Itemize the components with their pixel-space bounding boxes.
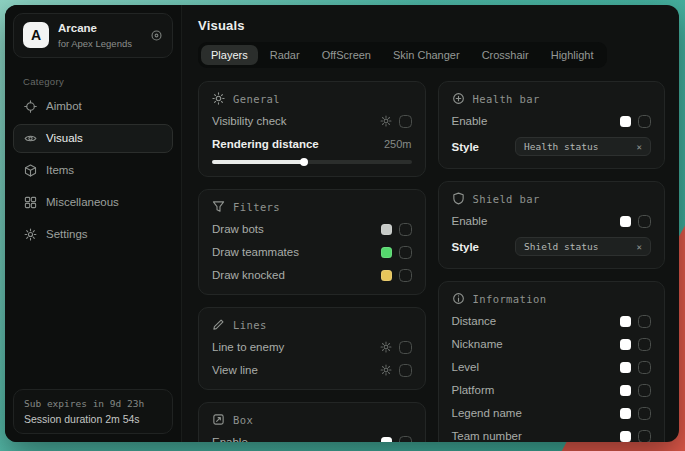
setting-controls	[620, 384, 651, 397]
sidebar-item-settings[interactable]: Settings	[13, 220, 173, 249]
checkbox[interactable]	[638, 407, 651, 420]
tab-skin-changer[interactable]: Skin Changer	[383, 45, 470, 65]
color-swatch[interactable]	[620, 362, 631, 373]
card-rows: Draw bots Draw teammates Draw knocked	[212, 222, 412, 282]
sidebar-item-icon	[24, 164, 37, 177]
color-swatch[interactable]	[381, 247, 392, 258]
setting-label: Visibility check	[212, 115, 287, 127]
setting-label: Draw knocked	[212, 269, 285, 281]
style-select-value: Shield status	[524, 241, 598, 252]
sidebar-item-visuals[interactable]: Visuals	[13, 124, 173, 153]
target-icon[interactable]	[150, 29, 163, 42]
card-header: Lines	[212, 318, 412, 331]
slider-track[interactable]	[212, 160, 412, 164]
setting-controls	[620, 407, 651, 420]
color-swatch[interactable]	[381, 270, 392, 281]
app-header-card: A Arcane for Apex Legends	[13, 13, 173, 58]
sidebar-item-icon	[24, 100, 37, 113]
close-icon[interactable]: ✕	[637, 242, 642, 252]
row-distance: Distance	[452, 314, 652, 328]
setting-label: Style	[452, 241, 480, 253]
checkbox[interactable]	[399, 115, 412, 128]
checkbox[interactable]	[638, 315, 651, 328]
setting-controls	[620, 338, 651, 351]
sidebar-item-miscellaneous[interactable]: Miscellaneous	[13, 188, 173, 217]
tab-offscreen[interactable]: OffScreen	[312, 45, 381, 65]
tab-radar[interactable]: Radar	[260, 45, 310, 65]
checkbox[interactable]	[638, 384, 651, 397]
sidebar-item-items[interactable]: Items	[13, 156, 173, 185]
checkbox[interactable]	[638, 215, 651, 228]
style-select[interactable]: Shield status ✕	[515, 237, 651, 256]
row-style: Style Health status ✕	[452, 137, 652, 156]
checkbox[interactable]	[399, 246, 412, 259]
settings-column-right: Health bar Enable Style Health status ✕ …	[438, 81, 666, 442]
close-icon[interactable]: ✕	[637, 142, 642, 152]
color-swatch[interactable]	[620, 339, 631, 350]
slider-fill	[212, 160, 304, 164]
page-title: Visuals	[198, 18, 665, 33]
card-filters: Filters Draw bots Draw teammates Draw kn…	[198, 189, 426, 295]
card-rows: Enable Style Health status ✕	[452, 114, 652, 156]
checkbox[interactable]	[638, 361, 651, 374]
style-select[interactable]: Health status ✕	[515, 137, 651, 156]
row-draw-teammates: Draw teammates	[212, 245, 412, 259]
card-header: Filters	[212, 200, 412, 213]
checkbox[interactable]	[638, 430, 651, 443]
color-swatch[interactable]	[620, 431, 631, 442]
color-swatch[interactable]	[620, 116, 631, 127]
sidebar-item-label: Visuals	[46, 132, 83, 144]
setting-controls	[620, 315, 651, 328]
sidebar-nav: Aimbot Visuals Items Miscellaneous Setti…	[5, 92, 181, 249]
card-title: Filters	[233, 201, 280, 213]
color-swatch[interactable]	[620, 385, 631, 396]
setting-controls	[381, 246, 412, 259]
checkbox[interactable]	[638, 115, 651, 128]
row-settings-gear-icon[interactable]	[380, 364, 392, 376]
color-swatch[interactable]	[620, 316, 631, 327]
card-rows: Enable Enable background	[212, 435, 412, 442]
setting-controls	[620, 115, 651, 128]
card-rows: Visibility check Rendering distance 250m	[212, 114, 412, 164]
tab-highlight[interactable]: Highlight	[541, 45, 604, 65]
checkbox[interactable]	[399, 436, 412, 443]
color-swatch[interactable]	[620, 408, 631, 419]
color-swatch[interactable]	[381, 224, 392, 235]
setting-controls	[620, 215, 651, 228]
setting-label: Enable	[212, 436, 248, 442]
setting-label: Rendering distance	[212, 138, 319, 150]
card-title: Box	[233, 414, 253, 426]
checkbox[interactable]	[399, 269, 412, 282]
color-swatch[interactable]	[620, 216, 631, 227]
session-duration: Session duration 2m 54s	[24, 413, 162, 425]
row-enable: Enable	[212, 435, 412, 442]
checkbox[interactable]	[399, 223, 412, 236]
checkbox[interactable]	[399, 364, 412, 377]
color-swatch[interactable]	[381, 437, 392, 443]
card-header: General	[212, 92, 412, 105]
style-select-value: Health status	[524, 141, 598, 152]
card-icon	[212, 200, 225, 213]
row-platform: Platform	[452, 383, 652, 397]
checkbox[interactable]	[638, 338, 651, 351]
card-health-bar: Health bar Enable Style Health status ✕	[438, 81, 666, 169]
app-name: Arcane	[58, 22, 132, 36]
sidebar-item-label: Settings	[46, 228, 88, 240]
row-style: Style Shield status ✕	[452, 237, 652, 256]
setting-controls	[380, 364, 412, 377]
slider-setting-rendering-distance: Rendering distance 250m	[212, 137, 412, 164]
row-legend-name: Legend name	[452, 406, 652, 420]
row-line-to-enemy: Line to enemy	[212, 340, 412, 354]
setting-label: Legend name	[452, 407, 522, 419]
card-icon	[212, 92, 225, 105]
row-settings-gear-icon[interactable]	[380, 115, 392, 127]
row-enable: Enable	[452, 214, 652, 228]
tab-crosshair[interactable]: Crosshair	[472, 45, 539, 65]
tab-players[interactable]: Players	[201, 45, 258, 65]
row-nickname: Nickname	[452, 337, 652, 351]
checkbox[interactable]	[399, 341, 412, 354]
sidebar-item-aimbot[interactable]: Aimbot	[13, 92, 173, 121]
setting-label: Platform	[452, 384, 495, 396]
row-settings-gear-icon[interactable]	[380, 341, 392, 353]
slider-handle[interactable]	[300, 158, 308, 166]
